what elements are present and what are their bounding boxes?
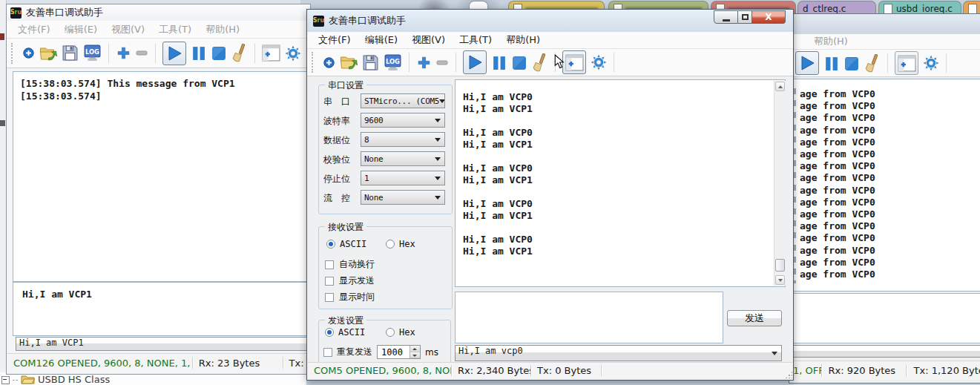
menu-edit[interactable]: 编辑(E) [61, 22, 101, 38]
menu-help[interactable]: 帮助(H) [202, 22, 243, 38]
window-controls: X [714, 10, 786, 24]
maximize-button[interactable] [738, 10, 752, 24]
stop-button[interactable] [511, 55, 527, 70]
status-rx-bytes: Rx: 2,340 Bytes [452, 363, 530, 378]
log-icon[interactable]: LOG [83, 45, 102, 62]
send-history-combobox[interactable]: Hi,I am vcp0 [455, 345, 782, 361]
tree-collapse-icon[interactable] [1, 376, 10, 384]
menu-help[interactable]: 帮助(H) [810, 33, 852, 50]
save-icon[interactable] [62, 45, 79, 62]
parity-dropdown[interactable]: None [361, 151, 445, 166]
receive-textarea[interactable]: [15:38:03.574] This message from VCP1[15… [13, 71, 307, 282]
clear-broom-button[interactable] [231, 44, 248, 62]
receive-line: age from VCP0 [800, 100, 980, 112]
send-textarea[interactable]: Hi,I am VCP1 [13, 282, 307, 336]
maximize-icon [742, 14, 749, 20]
project-tree-item-usbd-hs-class[interactable]: USBD HS Class [1, 374, 110, 385]
stopbits-dropdown[interactable]: 1 [361, 171, 445, 185]
send-textarea[interactable] [791, 293, 980, 343]
send-history-combobox[interactable] [792, 345, 980, 358]
scrollbar-thumb[interactable] [775, 259, 785, 272]
repeat-interval-stepper[interactable]: 1000 [377, 345, 421, 359]
start-button[interactable] [463, 50, 487, 74]
open-folder-icon[interactable] [339, 53, 358, 71]
dropdown-value: None [361, 154, 435, 164]
menu-help[interactable]: 帮助(H) [502, 32, 544, 48]
close-button[interactable]: X [752, 10, 786, 24]
settings-gear-button[interactable] [285, 45, 301, 62]
auto-newline-label: 自动换行 [339, 258, 375, 271]
show-time-label: 显示时间 [339, 291, 375, 303]
resize-grip[interactable] [789, 375, 790, 376]
save-icon[interactable] [362, 54, 379, 71]
receive-line: age from VCP0 [800, 257, 980, 269]
receive-scrollbar[interactable] [774, 81, 786, 286]
toolbar-drag-handle[interactable] [312, 52, 316, 73]
status-divider [601, 365, 602, 376]
log-icon[interactable]: LOG [384, 54, 402, 71]
menu-tools[interactable]: 工具(T) [456, 32, 496, 48]
settings-gear-button[interactable] [591, 54, 607, 70]
toolbar-separator [614, 53, 614, 72]
remove-icon[interactable] [136, 50, 148, 56]
tx-ascii-radio[interactable] [325, 328, 334, 337]
menu-file[interactable]: 文件(F) [315, 32, 355, 48]
pause-button[interactable] [191, 45, 206, 61]
stepper-up-icon[interactable] [410, 346, 420, 352]
stop-button[interactable] [211, 45, 226, 61]
minimize-button[interactable] [714, 10, 738, 24]
menu-view[interactable]: 视图(V) [408, 32, 449, 48]
clear-broom-button[interactable] [864, 54, 881, 73]
remove-icon[interactable] [436, 59, 449, 66]
pause-button[interactable] [491, 55, 507, 70]
toolbar-separator [155, 44, 156, 63]
new-window-button[interactable] [262, 45, 280, 62]
send-textarea[interactable] [455, 292, 723, 343]
rx-ascii-radio[interactable] [326, 240, 335, 249]
stop-button[interactable] [843, 56, 859, 71]
chevron-down-icon [435, 138, 441, 142]
databits-dropdown[interactable]: 8 [361, 132, 445, 147]
pause-button[interactable] [823, 56, 839, 71]
show-time-checkbox[interactable] [325, 293, 334, 302]
new-window-button[interactable] [895, 51, 918, 75]
send-button[interactable]: 发送 [727, 310, 782, 326]
add-port-icon[interactable] [323, 57, 335, 68]
clear-broom-button[interactable] [531, 53, 548, 72]
menu-view[interactable]: 视图(V) [108, 22, 148, 38]
flowcontrol-dropdown[interactable]: None [361, 190, 445, 205]
add-icon[interactable] [116, 45, 131, 61]
tx-hex-radio[interactable] [386, 328, 395, 337]
desktop: { "common": { "toolbar_log_label": "LOG"… [0, 0, 980, 385]
status-rx-bytes: Rx: 920 Bytes [822, 361, 905, 380]
show-sent-checkbox[interactable] [325, 277, 334, 286]
rx-hex-radio[interactable] [386, 240, 395, 249]
add-port-icon[interactable] [23, 47, 34, 59]
scroll-up-icon[interactable] [775, 82, 785, 91]
baudrate-dropdown[interactable]: 9600 [361, 113, 445, 128]
repeat-send-checkbox[interactable] [323, 348, 332, 357]
start-button[interactable] [162, 42, 186, 65]
new-window-button[interactable] [562, 50, 586, 74]
send-history-combobox[interactable]: Hi,I am VCP1 [16, 337, 309, 351]
settings-gear-button[interactable] [923, 55, 939, 71]
auto-newline-checkbox[interactable] [325, 260, 334, 269]
titlebar[interactable] [789, 14, 980, 35]
menu-edit[interactable]: 编辑(E) [361, 32, 401, 48]
toolbar-drag-handle[interactable] [11, 43, 16, 64]
receive-line: age from VCP0 [800, 197, 980, 208]
receive-line: Hi,I am VCP0 [463, 127, 785, 139]
receive-line: age from VCP0 [800, 220, 980, 232]
port-dropdown[interactable]: STMicro... (COM5 [361, 93, 445, 108]
scroll-down-icon[interactable] [775, 275, 785, 285]
menu-file[interactable]: 文件(F) [14, 22, 54, 38]
add-icon[interactable] [416, 55, 432, 70]
titlebar[interactable]: Sru 友善串口调试助手 [7, 4, 310, 21]
start-button[interactable] [795, 51, 819, 75]
rx-hex-label: Hex [399, 239, 415, 249]
menu-tools[interactable]: 工具(T) [155, 22, 195, 38]
receive-textarea[interactable]: age from VCP0age from VCP0age from VCP0a… [791, 79, 980, 292]
stepper-down-icon[interactable] [410, 352, 420, 359]
receive-textarea[interactable]: Hi,I am VCP0Hi,I am VCP1 Hi,I am VCP0Hi,… [455, 79, 786, 287]
open-folder-icon[interactable] [39, 45, 57, 62]
